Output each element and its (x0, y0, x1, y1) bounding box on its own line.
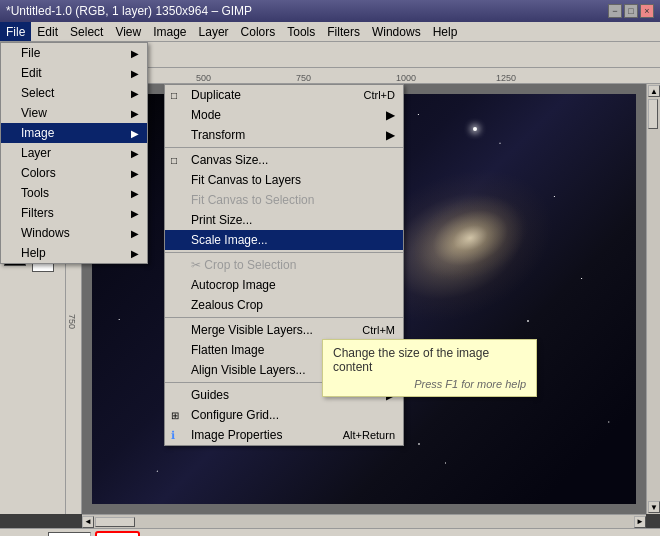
maximize-button[interactable]: □ (624, 4, 638, 18)
submenu-merge-visible[interactable]: Merge Visible Layers... Ctrl+M (165, 320, 403, 340)
submenu-crop-to-selection: ✂ Crop to Selection (165, 255, 403, 275)
tooltip: Change the size of the image content Pre… (322, 339, 537, 397)
scroll-up-button[interactable]: ▲ (648, 85, 660, 97)
submenu-print-size[interactable]: Print Size... (165, 210, 403, 230)
canvas-area: □ Duplicate Ctrl+D Mode ▶ Transform ▶ □ … (82, 84, 646, 514)
titlebar-title: *Untitled-1.0 (RGB, 1 layer) 1350x964 – … (6, 4, 252, 18)
tooltip-main-text: Change the size of the image content (333, 346, 526, 374)
ruler-horizontal: 250 500 750 1000 1250 (66, 68, 660, 84)
menu-edit[interactable]: Edit (31, 22, 64, 41)
submenu-scale-image[interactable]: Scale Image... (165, 230, 403, 250)
hscroll-thumb[interactable] (95, 517, 135, 527)
bright-star (473, 127, 477, 131)
submenu-duplicate[interactable]: □ Duplicate Ctrl+D (165, 85, 403, 105)
submenu-fit-canvas-layers[interactable]: Fit Canvas to Layers (165, 170, 403, 190)
app-menu: File▶ Edit▶ Select▶ View▶ Image▶ Layer▶ … (0, 42, 148, 264)
appmenu-view[interactable]: View▶ (1, 103, 147, 123)
horizontal-scrollbar[interactable]: ◄ ► (82, 514, 646, 528)
menu-file[interactable]: File (0, 22, 31, 41)
vscroll-thumb[interactable] (648, 99, 658, 129)
appmenu-layer[interactable]: Layer▶ (1, 143, 147, 163)
appmenu-help[interactable]: Help▶ (1, 243, 147, 263)
main-area: ✛ ✥ ⌐ ↺ ⇱ ⇲ ▱ ⇔ A ✒ ✏ 🖌 ◻ ▣ (0, 84, 660, 514)
ruler-label-1000: 1000 (396, 73, 416, 83)
titlebar: *Untitled-1.0 (RGB, 1 layer) 1350x964 – … (0, 0, 660, 22)
appmenu-edit[interactable]: Edit▶ (1, 63, 147, 83)
menu-view[interactable]: View (109, 22, 147, 41)
ruler-label-750: 750 (296, 73, 311, 83)
menu-help[interactable]: Help (427, 22, 464, 41)
appmenu-windows[interactable]: Windows▶ (1, 223, 147, 243)
submenu-image-properties[interactable]: ℹ Image Properties Alt+Return (165, 425, 403, 445)
submenu-autocrop[interactable]: Autocrop Image (165, 275, 403, 295)
scroll-down-button[interactable]: ▼ (648, 501, 660, 513)
menu-tools[interactable]: Tools (281, 22, 321, 41)
menu-filters[interactable]: Filters (321, 22, 366, 41)
menu-select[interactable]: Select (64, 22, 109, 41)
submenu-configure-grid[interactable]: ⊞ Configure Grid... (165, 405, 403, 425)
star-3 (527, 320, 529, 322)
menubar: File Edit Select View Image Layer Colors… (0, 22, 660, 42)
vertical-scrollbar[interactable]: ▲ ▼ (646, 84, 660, 514)
separator-3 (165, 317, 403, 318)
star-5 (418, 443, 420, 445)
scroll-right-button[interactable]: ► (634, 516, 646, 528)
menu-colors[interactable]: Colors (235, 22, 282, 41)
separator-2 (165, 252, 403, 253)
ruler-label-500: 500 (196, 73, 211, 83)
submenu-mode[interactable]: Mode ▶ (165, 105, 403, 125)
statusbar: 17, 13 px mm in 60% ▼ Change the size of… (0, 528, 660, 536)
appmenu-colors[interactable]: Colors▶ (1, 163, 147, 183)
submenu-fit-canvas-selection: Fit Canvas to Selection (165, 190, 403, 210)
appmenu-tools[interactable]: Tools▶ (1, 183, 147, 203)
scroll-left-button[interactable]: ◄ (82, 516, 94, 528)
menu-image[interactable]: Image (147, 22, 192, 41)
menu-layer[interactable]: Layer (193, 22, 235, 41)
submenu-zealous-crop[interactable]: Zealous Crop (165, 295, 403, 315)
submenu-canvas-size[interactable]: □ Canvas Size... (165, 150, 403, 170)
vscroll-track[interactable] (647, 98, 660, 500)
appmenu-filters[interactable]: Filters▶ (1, 203, 147, 223)
toolbox: ✛ ✥ ⌐ ↺ ⇱ ⇲ ▱ ⇔ A ✒ ✏ 🖌 ◻ ▣ (0, 84, 66, 514)
tooltip-help-text: Press F1 for more help (333, 378, 526, 390)
menu-windows[interactable]: Windows (366, 22, 427, 41)
minimize-button[interactable]: − (608, 4, 622, 18)
appmenu-file[interactable]: File▶ (1, 43, 147, 63)
close-button[interactable]: × (640, 4, 654, 18)
submenu-transform[interactable]: Transform ▶ (165, 125, 403, 145)
appmenu-select[interactable]: Select▶ (1, 83, 147, 103)
appmenu-image[interactable]: Image▶ (1, 123, 147, 143)
ruler-label-1250: 1250 (496, 73, 516, 83)
separator-1 (165, 147, 403, 148)
zoom-control[interactable]: 60% ▼ (95, 531, 140, 537)
ruler-v-label-750: 750 (67, 314, 77, 329)
unit-select[interactable]: px mm in (48, 532, 91, 537)
hscroll-track[interactable] (94, 516, 634, 528)
titlebar-controls: − □ × (608, 4, 654, 18)
